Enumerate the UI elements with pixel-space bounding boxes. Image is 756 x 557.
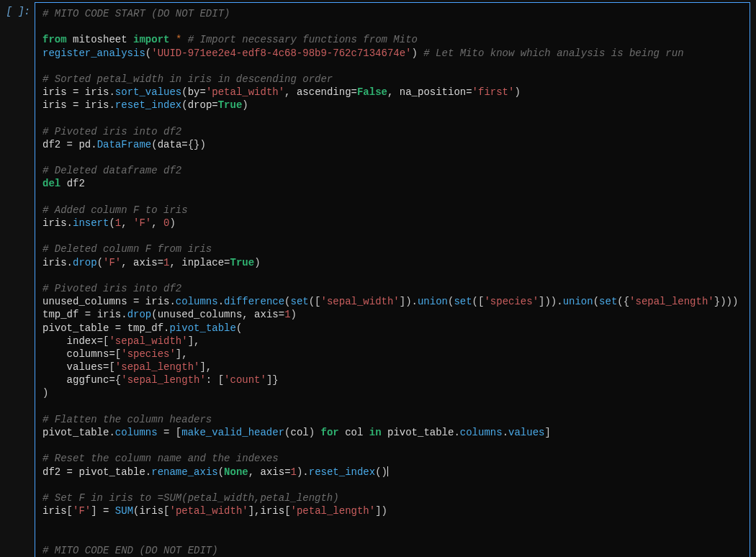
notebook-cell: [ ]: # MITO CODE START (DO NOT EDIT) fro… [0,0,756,557]
text-cursor [387,466,388,476]
input-prompt: [ ]: [0,0,35,17]
comment: # MITO CODE START (DO NOT EDIT) [42,8,230,19]
code-editor[interactable]: # MITO CODE START (DO NOT EDIT) from mit… [35,2,750,557]
